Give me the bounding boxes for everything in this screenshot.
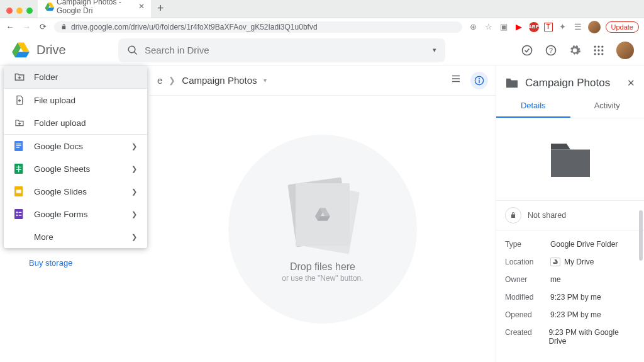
svg-text:?: ? xyxy=(549,47,553,54)
extension-t-icon[interactable]: T xyxy=(544,23,553,31)
slides-icon xyxy=(14,186,25,197)
submenu-arrow-icon: ❯ xyxy=(131,165,137,173)
apps-grid-icon[interactable] xyxy=(592,44,605,57)
file-upload-item[interactable]: File upload xyxy=(4,89,147,111)
address-bar[interactable]: drive.google.com/drive/u/0/folders/1r4fo… xyxy=(54,21,462,33)
menu-label: Google Sheets xyxy=(34,164,90,174)
update-button[interactable]: Update xyxy=(606,21,639,33)
extension-abp-icon[interactable]: ABP xyxy=(529,22,539,32)
meta-owner: Ownerme xyxy=(505,271,635,288)
svg-point-7 xyxy=(597,49,599,51)
breadcrumb-dropdown-icon[interactable]: ▾ xyxy=(264,77,267,84)
buy-storage-link[interactable]: Buy storage xyxy=(29,258,130,268)
menu-label: Google Slides xyxy=(34,187,87,196)
forward-button[interactable]: → xyxy=(21,22,31,32)
add-page-icon[interactable]: ⊕ xyxy=(469,22,479,32)
drop-zone[interactable]: Drop files here or use the "New" button. xyxy=(150,96,496,362)
svg-point-3 xyxy=(594,45,596,47)
reading-list-icon[interactable]: ☰ xyxy=(573,22,583,32)
tab-activity[interactable]: Activity xyxy=(570,94,645,118)
panel-title: Campaign Photos xyxy=(525,77,621,89)
back-button[interactable]: ← xyxy=(5,22,15,32)
svg-point-6 xyxy=(594,49,596,51)
google-slides-item[interactable]: Google Slides ❯ xyxy=(4,180,147,203)
drive-favicon xyxy=(44,2,53,11)
extension-1-icon[interactable]: ▣ xyxy=(499,22,509,32)
browser-tab[interactable]: Campaign Photos - Google Dri ✕ xyxy=(38,0,151,18)
meta-location[interactable]: LocationMy Drive xyxy=(505,253,635,271)
breadcrumb-root[interactable]: e xyxy=(157,75,162,86)
minimize-window[interactable] xyxy=(16,8,23,14)
settings-gear-icon[interactable] xyxy=(569,44,581,57)
sharing-row[interactable]: Not shared xyxy=(496,200,644,230)
svg-point-25 xyxy=(479,77,480,79)
svg-point-22 xyxy=(16,215,18,217)
svg-rect-18 xyxy=(16,189,21,193)
profile-avatar-browser[interactable] xyxy=(588,21,601,33)
svg-point-9 xyxy=(594,53,596,55)
menu-label: Folder upload xyxy=(34,118,86,128)
window-controls xyxy=(4,8,38,18)
more-item[interactable]: More ❯ xyxy=(4,225,147,248)
maximize-window[interactable] xyxy=(26,8,33,14)
submenu-arrow-icon: ❯ xyxy=(131,233,137,241)
ready-offline-icon[interactable] xyxy=(521,44,533,57)
search-input[interactable] xyxy=(145,45,433,55)
reload-button[interactable]: ⟳ xyxy=(38,22,48,32)
tab-details[interactable]: Details xyxy=(496,94,570,118)
drive-logo[interactable]: Drive xyxy=(10,41,111,60)
folder-icon xyxy=(505,77,519,89)
drive-logo-icon xyxy=(10,41,31,60)
meta-created: Created9:23 PM with Google Drive xyxy=(505,324,635,350)
tab-title: Campaign Photos - Google Dri xyxy=(57,0,135,15)
sheets-icon xyxy=(14,163,25,174)
google-sheets-item[interactable]: Google Sheets ❯ xyxy=(4,157,147,180)
lock-icon xyxy=(505,207,521,223)
search-options-icon[interactable]: ▾ xyxy=(433,46,436,54)
svg-point-20 xyxy=(16,212,18,213)
support-icon[interactable]: ? xyxy=(545,44,557,57)
file-pile-illustration xyxy=(288,176,357,251)
google-forms-item[interactable]: Google Forms ❯ xyxy=(4,203,147,225)
close-tab-icon[interactable]: ✕ xyxy=(138,2,145,11)
sidebar-area: Folder File upload Folder upload Google … xyxy=(0,65,150,362)
folder-upload-icon xyxy=(14,117,25,128)
breadcrumb-current[interactable]: Campaign Photos xyxy=(182,75,257,86)
extension-youtube-icon[interactable]: ▶ xyxy=(514,22,524,32)
svg-rect-19 xyxy=(14,209,23,219)
submenu-arrow-icon: ❯ xyxy=(131,188,137,196)
extensions-menu-icon[interactable]: ✦ xyxy=(558,22,568,32)
svg-rect-26 xyxy=(479,79,479,82)
search-bar[interactable]: ▾ xyxy=(118,38,445,62)
forms-icon xyxy=(14,208,25,220)
new-tab-button[interactable]: + xyxy=(151,2,170,18)
dropzone-subtext: or use the "New" button. xyxy=(282,274,363,283)
close-window[interactable] xyxy=(6,8,13,14)
url-text: drive.google.com/drive/u/0/folders/1r4fo… xyxy=(71,23,318,31)
menu-label: Folder xyxy=(34,72,58,82)
svg-rect-23 xyxy=(19,215,22,215)
drive-product-name: Drive xyxy=(36,43,66,57)
google-docs-item[interactable]: Google Docs ❯ xyxy=(4,135,147,157)
close-panel-icon[interactable]: ✕ xyxy=(627,77,635,89)
info-button[interactable] xyxy=(470,72,488,89)
new-context-menu: Folder File upload Folder upload Google … xyxy=(4,65,147,248)
svg-rect-13 xyxy=(16,144,21,144)
svg-rect-21 xyxy=(19,212,22,213)
breadcrumb-bar: e ❯ Campaign Photos ▾ xyxy=(150,65,496,96)
dropzone-heading: Drop files here xyxy=(290,261,355,273)
search-icon xyxy=(127,45,138,56)
list-view-button[interactable] xyxy=(449,72,463,86)
menu-label: Google Docs xyxy=(34,142,83,151)
svg-point-11 xyxy=(601,53,603,55)
submenu-arrow-icon: ❯ xyxy=(131,142,137,150)
scrollbar-thumb[interactable] xyxy=(639,210,643,261)
details-panel: Campaign Photos ✕ Details Activity Not s… xyxy=(496,65,644,362)
account-avatar[interactable] xyxy=(616,42,634,59)
folder-upload-item[interactable]: Folder upload xyxy=(4,111,147,134)
svg-point-10 xyxy=(597,53,599,55)
bookmark-star-icon[interactable]: ☆ xyxy=(484,22,494,32)
svg-point-0 xyxy=(523,45,532,55)
new-folder-item[interactable]: Folder xyxy=(4,65,147,88)
extension-icons: ⊕ ☆ ▣ ▶ ABP T ✦ ☰ Update xyxy=(469,21,639,33)
